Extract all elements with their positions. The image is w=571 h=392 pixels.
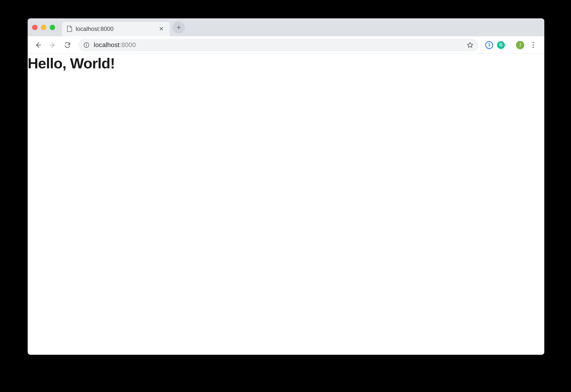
forward-button[interactable] bbox=[46, 39, 59, 51]
url-port: :8000 bbox=[119, 41, 136, 48]
new-tab-button[interactable]: ＋ bbox=[173, 21, 185, 34]
toolbar: localhost:8000 1 G J bbox=[28, 36, 544, 54]
back-button[interactable] bbox=[32, 39, 44, 51]
window-controls bbox=[32, 25, 55, 30]
extension-1password-icon[interactable]: 1 bbox=[485, 41, 493, 49]
tab-active[interactable]: localhost:8000 ✕ bbox=[62, 22, 170, 36]
window-close-button[interactable] bbox=[32, 25, 37, 30]
url-host: localhost bbox=[94, 41, 119, 48]
window-maximize-button[interactable] bbox=[50, 25, 55, 30]
page-heading: Hello, World! bbox=[28, 55, 544, 72]
bookmark-star-icon[interactable] bbox=[467, 42, 473, 48]
tab-close-button[interactable]: ✕ bbox=[158, 26, 165, 32]
page-icon bbox=[67, 26, 72, 32]
toolbar-separator bbox=[510, 41, 511, 49]
window-minimize-button[interactable] bbox=[41, 25, 46, 30]
browser-window: localhost:8000 ✕ ＋ localhost:8000 bbox=[28, 18, 544, 355]
page-viewport: Hello, World! bbox=[28, 54, 544, 355]
url-text: localhost:8000 bbox=[94, 41, 136, 49]
reload-button[interactable] bbox=[61, 39, 74, 51]
profile-avatar[interactable]: J bbox=[516, 41, 524, 49]
tab-strip: localhost:8000 ✕ ＋ bbox=[28, 18, 544, 36]
extension-icons: 1 G J bbox=[485, 40, 538, 50]
address-bar[interactable]: localhost:8000 bbox=[78, 39, 478, 51]
site-info-icon[interactable] bbox=[83, 42, 90, 48]
extension-grammarly-icon[interactable]: G bbox=[497, 41, 505, 49]
tab-title: localhost:8000 bbox=[76, 26, 155, 32]
svg-point-2 bbox=[86, 43, 87, 44]
menu-button[interactable] bbox=[528, 40, 538, 50]
